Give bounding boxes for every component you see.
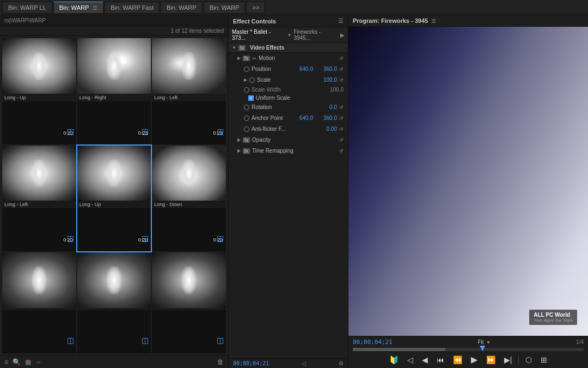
rotation-label: Rotation bbox=[252, 104, 315, 110]
tab-bin-warp-fast[interactable]: Bin: WARP Fast bbox=[105, 2, 160, 14]
uniform-scale-row[interactable]: Uniform Scale bbox=[229, 94, 348, 102]
media-thumb bbox=[2, 38, 76, 94]
video-watermark: ALL PC World Your Apps Our Style bbox=[529, 310, 577, 325]
motion-reset-btn[interactable]: ↺ bbox=[339, 56, 344, 61]
step-back-btn[interactable]: ◁ bbox=[405, 354, 415, 365]
media-item[interactable]: 0:20 ◫ Long - Up bbox=[2, 38, 76, 144]
media-item[interactable]: 0:23 ◫ Long - Left bbox=[152, 38, 226, 144]
anchor-y-value[interactable]: 360.0 bbox=[315, 115, 337, 121]
media-corner-badge: ◫ bbox=[142, 234, 149, 243]
uniform-scale-checkbox[interactable] bbox=[248, 95, 254, 101]
anti-flicker-reset-btn[interactable]: ↺ bbox=[339, 126, 344, 132]
scale-expand-icon[interactable]: ▶ bbox=[244, 77, 247, 82]
anti-flicker-label: Anti-flicker F... bbox=[252, 126, 315, 132]
opacity-reset-btn[interactable]: ↺ bbox=[339, 137, 344, 143]
tab-bin-warp2[interactable]: Bin: WARP bbox=[161, 2, 203, 14]
tab-more[interactable]: >> bbox=[246, 2, 265, 14]
anti-flicker-value[interactable]: 0.00 bbox=[315, 126, 337, 132]
delete-icon[interactable]: 🗑 bbox=[217, 358, 224, 366]
monitor-timecode-bar: 00;00;04;21 Fit ▼ 1/4 bbox=[353, 339, 584, 346]
media-item[interactable]: ◫ bbox=[2, 252, 76, 353]
monitor-progress-bar[interactable] bbox=[353, 348, 584, 351]
anchor-point-row[interactable]: Anchor Point 640.0 360.0 ↺ bbox=[229, 113, 348, 124]
expand-arrow-icon[interactable]: ▼ bbox=[232, 45, 236, 50]
media-item[interactable]: ◫ bbox=[77, 252, 151, 353]
grid-view-icon[interactable]: ▦ bbox=[25, 358, 31, 366]
anti-flicker-row[interactable]: Anti-flicker F... 0.00 ↺ bbox=[229, 124, 348, 135]
effect-expand-icon[interactable]: ◁ bbox=[302, 360, 306, 366]
monitor-playhead[interactable] bbox=[480, 346, 485, 351]
tab-menu-icon[interactable]: ☰ bbox=[93, 5, 97, 11]
media-item[interactable]: 0:20 ◫ Long - Down bbox=[152, 146, 226, 252]
panel-menu-icon[interactable]: ☰ bbox=[338, 17, 344, 25]
media-item[interactable]: 0:23 ◫ Long - Right bbox=[77, 38, 151, 144]
rotation-value[interactable]: 0.0 bbox=[315, 104, 337, 110]
media-item-selected[interactable]: 0:20 ◫ Long - Up bbox=[77, 146, 151, 252]
media-label bbox=[152, 308, 226, 310]
anchor-x-value[interactable]: 640.0 bbox=[291, 115, 313, 121]
tab-bin-warp3[interactable]: Bin: WARP bbox=[204, 2, 246, 14]
auto-fit-icon[interactable]: ↔ bbox=[35, 358, 42, 366]
opacity-expand-icon[interactable]: ▶ bbox=[237, 137, 241, 142]
opacity-row[interactable]: ▶ fx Opacity ↺ bbox=[229, 135, 348, 146]
search-icon[interactable]: 🔍 bbox=[13, 358, 21, 366]
next-edit-btn[interactable]: ▶| bbox=[502, 354, 514, 365]
anchor-label: Anchor Point bbox=[252, 115, 291, 121]
list-view-icon[interactable]: ≡ bbox=[4, 358, 8, 366]
position-x-value[interactable]: 640.0 bbox=[291, 66, 313, 72]
position-y-value[interactable]: 360.0 bbox=[315, 66, 337, 72]
position-circle-icon bbox=[244, 67, 249, 72]
media-thumb bbox=[152, 38, 226, 94]
watermark-subtitle: Your Apps Our Style bbox=[534, 318, 573, 323]
monitor-menu-icon[interactable]: ☰ bbox=[431, 18, 436, 24]
media-thumb bbox=[2, 146, 76, 201]
video-content bbox=[348, 27, 588, 336]
settings-btn[interactable]: ⊞ bbox=[538, 354, 549, 365]
time-remap-reset-btn[interactable]: ↺ bbox=[339, 148, 344, 154]
tab-bin-warp[interactable]: Bin: WARP ☰ bbox=[53, 2, 103, 14]
media-label bbox=[77, 308, 151, 310]
fireworks-source-btn[interactable]: Fireworks - 3945... bbox=[293, 29, 338, 41]
step-fwd-frame-btn[interactable]: ⏩ bbox=[484, 354, 498, 365]
time-remapping-row[interactable]: ▶ fx Time Remapping ↺ bbox=[229, 146, 348, 156]
scale-value[interactable]: 100.0 bbox=[315, 77, 337, 83]
media-thumb bbox=[2, 252, 76, 308]
time-remap-expand-icon[interactable]: ▶ bbox=[237, 148, 241, 153]
effect-source-bar: Master * Ballet - 373... ▼ Fireworks - 3… bbox=[229, 27, 348, 43]
video-preview: ALL PC World Your Apps Our Style bbox=[348, 27, 588, 336]
tab-bin-warp-ll[interactable]: Bin: WARP LL bbox=[2, 2, 52, 14]
tab-bar: Bin: WARP LL Bin: WARP ☰ Bin: WARP Fast … bbox=[0, 0, 588, 15]
position-row[interactable]: Position 640.0 360.0 ↺ bbox=[229, 64, 348, 75]
fit-label: Fit bbox=[477, 339, 483, 345]
fit-dropdown[interactable]: Fit ▼ bbox=[477, 339, 491, 345]
step-back-frame-btn[interactable]: ⏪ bbox=[451, 354, 464, 365]
scale-width-value[interactable]: 100.0 bbox=[330, 87, 344, 93]
scale-reset-btn[interactable]: ↺ bbox=[339, 77, 344, 83]
video-effects-header[interactable]: ▼ fx Video Effects bbox=[229, 43, 348, 53]
program-timecode: 00;00;04;21 bbox=[353, 339, 393, 346]
rewind-btn[interactable]: ⏮ bbox=[434, 354, 446, 365]
motion-row[interactable]: ▶ fx ⇔ Motion ↺ bbox=[229, 53, 348, 64]
rotation-reset-btn[interactable]: ↺ bbox=[339, 105, 344, 110]
export-btn[interactable]: ⬡ bbox=[523, 354, 534, 365]
media-label: Long - Up bbox=[2, 94, 76, 101]
bin-path: roj\WARP\WARP bbox=[0, 15, 228, 26]
mark-in-btn[interactable]: 🔰 bbox=[387, 354, 401, 365]
scale-row[interactable]: ▶ Scale 100.0 ↺ bbox=[229, 75, 348, 86]
motion-expand-icon[interactable]: ▶ bbox=[237, 56, 241, 61]
master-source-btn[interactable]: Master * Ballet - 373... bbox=[232, 29, 285, 41]
source-chevron-icon: ▼ bbox=[287, 33, 291, 38]
media-item[interactable]: 0:20 ◫ Long - Left bbox=[2, 146, 76, 252]
rotation-row[interactable]: Rotation 0.0 ↺ bbox=[229, 102, 348, 113]
fx-badge: fx bbox=[238, 45, 246, 51]
scroll-right-icon[interactable]: ▶ bbox=[340, 32, 345, 38]
media-item[interactable]: ◫ bbox=[152, 252, 226, 353]
media-corner-badge: ◫ bbox=[67, 234, 74, 243]
play-btn[interactable]: ▶ bbox=[469, 353, 480, 366]
position-reset-btn[interactable]: ↺ bbox=[339, 67, 344, 72]
media-corner-badge: ◫ bbox=[217, 336, 224, 345]
anchor-reset-btn[interactable]: ↺ bbox=[339, 116, 344, 121]
prev-edit-btn[interactable]: ◀ bbox=[420, 354, 430, 365]
effect-settings-icon[interactable]: ⚙ bbox=[339, 360, 344, 366]
panel-title: Effect Controls bbox=[233, 18, 276, 25]
